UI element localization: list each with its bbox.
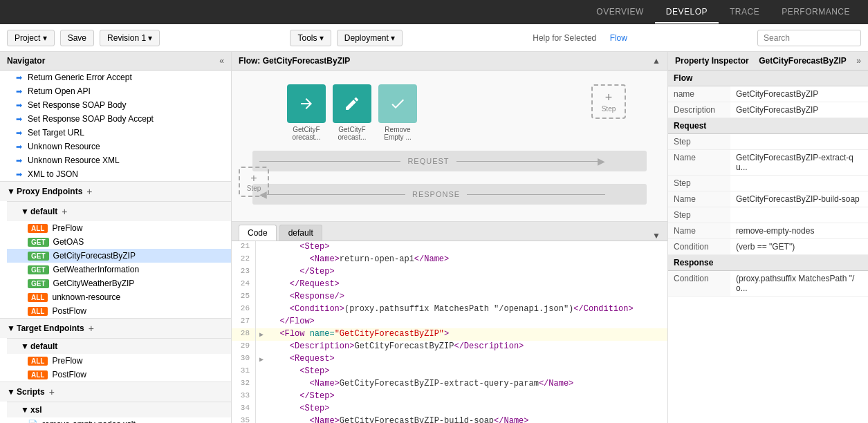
flow-step-1[interactable]: GetCityForecast...	[333, 84, 371, 141]
arrow-icon: ➡	[14, 86, 24, 96]
property-table-response: Condition (proxy.pathsuffix MatchesPath …	[668, 271, 868, 297]
property-value	[730, 207, 868, 223]
flow-getweather[interactable]: GET GetWeatherInformation	[7, 263, 231, 276]
flow-step-0[interactable]: GetCityForecast...	[287, 84, 326, 141]
xsl-section: ▼ xsl 📄 remove-empty-nodes.xslt 📄 remove…	[0, 402, 231, 423]
sidebar-item-set-response-soap-accept[interactable]: ➡ Set Response SOAP Body Accept	[0, 112, 231, 126]
property-key: Name	[668, 150, 730, 176]
table-row: Step	[668, 134, 868, 150]
property-inspector-flow-name: GetCityForecastByZIP	[759, 56, 847, 66]
property-key: Name	[668, 223, 730, 239]
help-link[interactable]: Flow	[610, 33, 627, 43]
property-inspector-collapse[interactable]: »	[856, 56, 861, 66]
save-button[interactable]: Save	[60, 30, 94, 46]
project-button[interactable]: Project ▾	[7, 30, 55, 46]
code-line: 30 ▶ <Request>	[232, 353, 667, 366]
flow-label: PostFlow	[52, 306, 86, 316]
code-panel-collapse-button[interactable]: ▼	[652, 231, 661, 241]
expand-icon: ▼	[7, 187, 14, 196]
flow-getcityweather[interactable]: GET GetCityWeatherByZIP	[7, 276, 231, 290]
sidebar-item-xml-to-json[interactable]: ➡ XML to JSON	[0, 167, 231, 181]
tab-trace[interactable]: TRACE	[719, 1, 770, 24]
sidebar-item-return-open-api[interactable]: ➡ Return Open API	[0, 84, 231, 98]
tab-default[interactable]: default	[279, 225, 322, 241]
tab-performance[interactable]: PERFORMANCE	[770, 1, 861, 24]
flow-collapse-button[interactable]: ▲	[652, 56, 661, 66]
sidebar-item-label: Unknown Resource	[28, 142, 100, 151]
badge-get: GET	[28, 279, 49, 288]
property-value: remove-empty-nodes	[730, 223, 868, 239]
flow-step-box	[378, 84, 417, 123]
tab-develop[interactable]: DEVELOP	[655, 1, 719, 24]
deployment-button[interactable]: Deployment ▾	[337, 30, 403, 46]
add-left-step-button[interactable]: + Step	[239, 167, 269, 197]
target-endpoints-section[interactable]: ▼ Target Endpoints +	[0, 318, 231, 338]
script-remove-empty[interactable]: 📄 remove-empty-nodes.xslt	[7, 417, 231, 423]
sidebar-item-unknown-resource-xml[interactable]: ➡ Unknown Resource XML	[0, 153, 231, 167]
flow-title: Flow: GetCityForecastByZIP	[239, 56, 350, 66]
toolbar: Project ▾ Save Revision 1 ▾ Tools ▾ Depl…	[0, 24, 868, 52]
tab-overview[interactable]: OVERVIEW	[585, 1, 654, 24]
proxy-default-section: ▼ default + ALL PreFlow GET GetOAS GET G…	[0, 201, 231, 318]
sidebar-item-return-generic[interactable]: ➡ Return Generic Error Accept	[0, 70, 231, 84]
flow-unknown[interactable]: ALL unknown-resource	[7, 290, 231, 304]
sidebar-item-set-target-url[interactable]: ➡ Set Target URL	[0, 126, 231, 140]
table-row: name GetCityForecastByZIP	[668, 86, 868, 102]
add-proxy-endpoint-button[interactable]: +	[85, 185, 93, 198]
property-value	[730, 134, 868, 150]
top-nav-tabs: OVERVIEW DEVELOP TRACE PERFORMANCE	[585, 1, 861, 24]
sidebar-item-label: Set Target URL	[28, 128, 84, 138]
tools-button[interactable]: Tools ▾	[290, 30, 331, 46]
add-default-flow-button[interactable]: +	[60, 205, 68, 218]
arrow-icon: ➡	[14, 142, 24, 151]
target-preflow[interactable]: ALL PreFlow	[7, 354, 231, 368]
xsl-header[interactable]: ▼ xsl	[7, 402, 231, 417]
code-line: 35 <Name>GetCityForecastByZIP-build-soap…	[232, 415, 667, 423]
sidebar-collapse-button[interactable]: «	[219, 56, 224, 66]
property-inspector: Property Inspector GetCityForecastByZIP …	[667, 52, 868, 423]
flow-label: GetWeatherInformation	[53, 265, 140, 274]
target-default-header[interactable]: ▼ default	[7, 338, 231, 354]
sidebar-item-label: Unknown Resource XML	[28, 156, 120, 165]
add-script-button[interactable]: +	[48, 385, 56, 399]
search-input[interactable]	[757, 30, 861, 46]
property-section-response: Response	[668, 255, 868, 271]
request-label: REQUEST	[400, 157, 456, 165]
proxy-endpoints-section[interactable]: ▼ Proxy Endpoints +	[0, 181, 231, 201]
property-table-flow: name GetCityForecastByZIP Description Ge…	[668, 86, 868, 118]
property-key: Condition	[668, 271, 730, 297]
flow-step-2[interactable]: RemoveEmpty ...	[378, 84, 417, 141]
target-default-section: ▼ default ALL PreFlow ALL PostFlow	[0, 338, 231, 382]
code-line: 29 <Description>GetCityForecastByZIP</De…	[232, 341, 667, 353]
sidebar-item-set-response-soap[interactable]: ➡ Set Response SOAP Body	[0, 98, 231, 112]
add-target-endpoint-button[interactable]: +	[87, 321, 95, 335]
sidebar-content: ➡ Return Generic Error Accept ➡ Return O…	[0, 70, 231, 423]
badge-all: ALL	[28, 293, 48, 302]
xsl-label: xsl	[30, 405, 42, 415]
script-label: remove-empty-nodes.xslt	[42, 420, 136, 423]
property-section-flow: Flow	[668, 70, 868, 86]
scripts-label: Scripts	[17, 387, 45, 397]
table-row: Description GetCityForecastByZIP	[668, 102, 868, 118]
flow-label: unknown-resource	[52, 292, 120, 302]
target-postflow[interactable]: ALL PostFlow	[7, 368, 231, 382]
flow-preflow[interactable]: ALL PreFlow	[7, 221, 231, 235]
code-area: Code default ▼ 21 <Step> 22 <Name>return…	[232, 222, 667, 423]
scripts-section[interactable]: ▼ Scripts +	[0, 382, 231, 402]
table-row: Step	[668, 207, 868, 223]
sidebar-item-unknown-resource[interactable]: ➡ Unknown Resource	[0, 140, 231, 153]
flow-getcityforecast[interactable]: GET GetCityForecastByZIP	[7, 249, 231, 263]
code-content: 21 <Step> 22 <Name>return-open-api</Name…	[232, 241, 667, 423]
revision-button[interactable]: Revision 1 ▾	[100, 30, 160, 46]
flow-step-label: RemoveEmpty ...	[384, 126, 411, 141]
code-line: 25 <Response/>	[232, 291, 667, 303]
badge-all: ALL	[28, 307, 48, 316]
proxy-default-header[interactable]: ▼ default +	[7, 201, 231, 221]
tab-code[interactable]: Code	[239, 225, 277, 241]
add-step-button[interactable]: + Step	[591, 84, 626, 119]
flow-postflow[interactable]: ALL PostFlow	[7, 304, 231, 318]
sidebar-item-label: Return Open API	[28, 86, 91, 96]
flow-getoas[interactable]: GET GetOAS	[7, 235, 231, 249]
target-endpoints-label: Target Endpoints	[17, 323, 84, 333]
property-value: (proxy.pathsuffix MatchesPath "/o...	[730, 271, 868, 297]
